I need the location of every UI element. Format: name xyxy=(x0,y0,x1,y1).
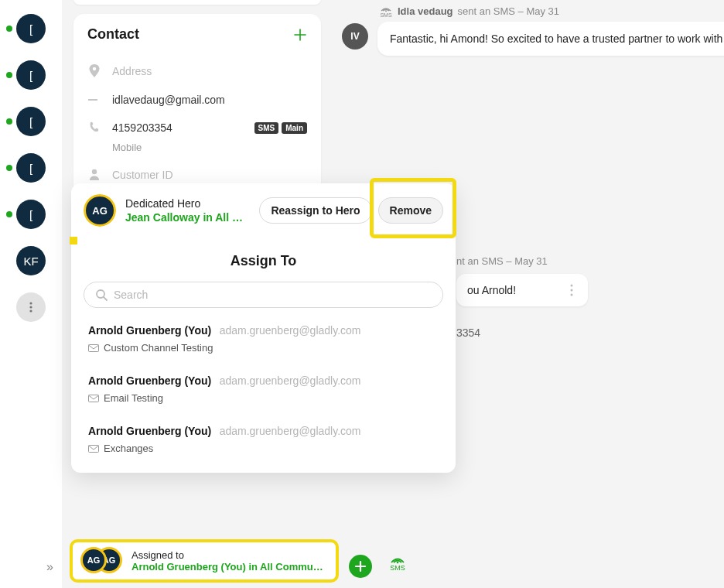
assign-option[interactable]: Arnold Gruenberg (You) adam.gruenberg@gl… xyxy=(84,320,443,357)
reassign-button[interactable]: Reassign to Hero xyxy=(259,197,371,224)
rail-item[interactable]: [ xyxy=(0,14,62,43)
sms-label: SMS xyxy=(390,564,405,572)
svg-point-6 xyxy=(571,294,573,296)
phone-partial: 3354 xyxy=(456,326,480,339)
contact-card: Contact Address idlavedaug@gmail.com 415… xyxy=(73,14,321,201)
assign-channel: Email Testing xyxy=(104,392,163,404)
conversation-meta: nt an SMS – May 31 xyxy=(456,255,548,267)
left-nav-rail: [ [ [ [ [ KF xyxy=(0,0,62,588)
presence-dot-icon xyxy=(6,211,12,217)
svg-rect-13 xyxy=(89,395,99,402)
avatar[interactable]: [ xyxy=(16,14,46,43)
envelope-icon xyxy=(88,395,99,402)
svg-point-3 xyxy=(385,10,387,12)
assign-name: Arnold Gruenberg (You) xyxy=(88,324,211,337)
pin-icon xyxy=(87,64,101,78)
assign-search[interactable] xyxy=(84,282,443,308)
email-row[interactable]: idlavedaug@gmail.com xyxy=(87,86,307,114)
svg-point-7 xyxy=(93,67,96,70)
envelope-icon xyxy=(88,344,99,352)
assign-popover: AG Dedicated Hero Jean Calloway in All C… xyxy=(71,183,456,473)
svg-line-11 xyxy=(104,297,107,300)
avatar[interactable]: [ xyxy=(16,153,46,183)
email-icon xyxy=(87,97,101,103)
message-text: ou Arnold! xyxy=(467,284,516,296)
avatar-stack: AG AG xyxy=(80,547,124,575)
assign-channel: Custom Channel Testing xyxy=(104,342,213,354)
presence-dot-icon xyxy=(6,72,12,78)
avatar[interactable]: KF xyxy=(16,246,46,275)
presence-dot-icon xyxy=(6,26,12,32)
address-placeholder: Address xyxy=(112,65,152,77)
conversation-meta: SMS Idla vedaug sent an SMS – May 31 xyxy=(379,5,559,18)
message-bubble[interactable]: Fantastic, hi Amond! So excited to have … xyxy=(377,22,724,56)
svg-rect-12 xyxy=(89,344,99,351)
phone-type: Mobile xyxy=(87,142,307,153)
email-value: idlavedaug@gmail.com xyxy=(112,94,225,106)
plus-icon[interactable] xyxy=(293,28,307,42)
collapse-icon[interactable]: » xyxy=(46,560,51,574)
meta-rest: sent an SMS – May 31 xyxy=(458,5,560,17)
svg-point-9 xyxy=(92,169,97,174)
svg-point-5 xyxy=(571,289,573,292)
rail-item[interactable]: [ xyxy=(0,200,62,229)
rail-item[interactable]: KF xyxy=(0,246,62,275)
kebab-icon[interactable] xyxy=(566,283,577,297)
phone-value: 4159203354 xyxy=(112,121,172,134)
assign-channel: Exchanges xyxy=(104,443,153,454)
assign-name: Arnold Gruenberg (You) xyxy=(88,425,211,437)
avatar: AG xyxy=(84,194,116,227)
svg-rect-8 xyxy=(88,99,97,101)
contact-title: Contact xyxy=(87,26,139,43)
assign-email: adam.gruenberg@gladly.com xyxy=(220,425,361,437)
phone-icon xyxy=(87,121,101,134)
presence-dot-icon xyxy=(6,165,12,171)
sms-icon[interactable]: SMS xyxy=(388,555,407,572)
sms-badge: SMS xyxy=(254,122,279,134)
avatar[interactable]: [ xyxy=(16,200,46,229)
svg-point-1 xyxy=(29,306,32,308)
phone-row[interactable]: 4159203354 SMS Main Mobile xyxy=(87,114,307,161)
assigned-subtitle: Arnold Gruenberg (You) in All Communic..… xyxy=(131,561,328,573)
message-bubble[interactable]: ou Arnold! xyxy=(456,274,588,306)
assign-option[interactable]: Arnold Gruenberg (You) adam.gruenberg@gl… xyxy=(84,371,443,407)
rail-item[interactable]: [ xyxy=(0,153,62,183)
assign-section: Assign To Arnold Gruenberg (You) adam.gr… xyxy=(71,238,456,473)
assign-email: adam.gruenberg@gladly.com xyxy=(220,324,361,337)
rail-more[interactable] xyxy=(0,292,62,322)
hero-title: Dedicated Hero xyxy=(125,197,250,210)
search-input[interactable] xyxy=(114,289,432,301)
presence-dot-icon xyxy=(6,118,12,125)
more-icon[interactable] xyxy=(16,292,46,322)
sender-name: Idla vedaug xyxy=(398,5,453,17)
highlight-annotation xyxy=(70,237,77,244)
assign-name: Arnold Gruenberg (You) xyxy=(88,374,211,387)
avatar: AG xyxy=(80,547,107,573)
svg-rect-14 xyxy=(89,445,99,452)
avatar: IV xyxy=(342,23,368,50)
remove-button[interactable]: Remove xyxy=(378,197,443,224)
envelope-icon xyxy=(88,445,99,453)
add-button[interactable] xyxy=(349,555,372,578)
address-row[interactable]: Address xyxy=(87,56,307,86)
sms-icon: SMS xyxy=(379,5,393,18)
hero-subtitle: Jean Calloway in All Commu... xyxy=(125,211,250,224)
avatar[interactable]: [ xyxy=(16,60,46,90)
customer-id-placeholder: Customer ID xyxy=(112,169,173,181)
svg-point-2 xyxy=(29,309,32,312)
search-icon xyxy=(95,289,108,301)
svg-point-4 xyxy=(571,285,573,287)
assign-title: Assign To xyxy=(84,253,443,269)
assign-option[interactable]: Arnold Gruenberg (You) adam.gruenberg@gl… xyxy=(84,421,443,457)
assign-email: adam.gruenberg@gladly.com xyxy=(220,374,361,387)
person-icon xyxy=(87,169,101,181)
main-badge: Main xyxy=(282,122,307,134)
svg-point-15 xyxy=(397,562,399,564)
hero-header: AG Dedicated Hero Jean Calloway in All C… xyxy=(71,183,456,238)
svg-point-0 xyxy=(29,302,32,304)
rail-item[interactable]: [ xyxy=(0,60,62,90)
assigned-to-card[interactable]: AG AG Assigned to Arnold Gruenberg (You)… xyxy=(70,539,339,583)
avatar[interactable]: [ xyxy=(16,107,46,136)
rail-item[interactable]: [ xyxy=(0,107,62,136)
assigned-title: Assigned to xyxy=(131,549,328,561)
